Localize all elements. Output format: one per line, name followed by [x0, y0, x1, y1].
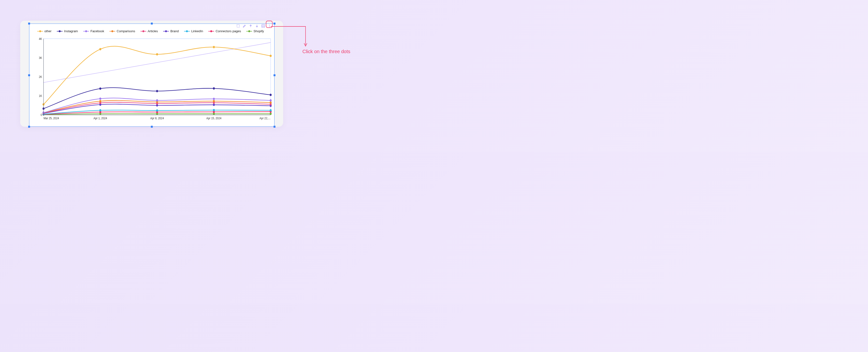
series-point — [99, 100, 101, 102]
y-tick-label: 0 — [40, 113, 42, 117]
legend-swatch — [83, 31, 89, 32]
x-tick-label: Apr 8, 2024 — [150, 117, 164, 120]
legend-item[interactable]: other — [37, 29, 52, 33]
arrow-up-icon[interactable] — [248, 23, 253, 29]
legend-label: Facebook — [90, 29, 104, 33]
series-point — [99, 98, 101, 100]
legend-swatch — [163, 31, 169, 32]
legend-item[interactable]: Brand — [163, 29, 179, 33]
series-point — [156, 90, 158, 92]
series-point — [270, 101, 271, 104]
series-point — [213, 100, 215, 102]
series-point — [213, 87, 215, 90]
x-tick-label: Mar 25, 2024 — [43, 117, 59, 120]
legend-label: Comparisons — [117, 29, 135, 33]
series-point — [156, 109, 158, 112]
legend-item[interactable]: Shopify — [246, 29, 264, 33]
x-tick-label: Apr 15, 2024 — [206, 117, 221, 120]
editor-canvas: otherInstagramFacebookComparisonsArticle… — [20, 21, 283, 127]
series-point — [156, 99, 158, 102]
resize-handle-br[interactable] — [274, 126, 275, 128]
x-tick-label: Apr 22,… — [259, 117, 271, 120]
series-point — [156, 53, 158, 56]
series-point — [213, 98, 215, 100]
legend-label: Shopify — [254, 29, 264, 33]
resize-handle-tl[interactable] — [28, 23, 30, 25]
series-point — [270, 113, 271, 115]
series-point — [99, 48, 101, 51]
legend-item[interactable]: Instagram — [57, 29, 78, 33]
legend-swatch — [208, 31, 214, 32]
chart-legend: otherInstagramFacebookComparisonsArticle… — [37, 29, 270, 33]
svg-rect-0 — [237, 25, 239, 27]
series-point — [270, 55, 271, 57]
legend-label: other — [44, 29, 52, 33]
resize-handle-bm[interactable] — [151, 126, 153, 128]
more-icon[interactable] — [267, 23, 272, 29]
series-point — [99, 109, 101, 111]
widget-toolbar — [235, 23, 273, 29]
legend-item[interactable]: Connectors pages — [208, 29, 241, 33]
series-point — [270, 94, 271, 96]
legend-swatch — [184, 31, 190, 32]
annotation-text: Click on the three dots — [302, 48, 355, 55]
resize-handle-ml[interactable] — [28, 74, 30, 76]
resize-handle-tr[interactable] — [274, 23, 275, 25]
chart-icon[interactable] — [260, 23, 266, 29]
legend-item[interactable]: Articles — [141, 29, 158, 33]
y-tick-label: 3K — [39, 56, 42, 60]
series-point — [213, 104, 215, 106]
trendline — [43, 42, 271, 83]
resize-handle-tm[interactable] — [151, 23, 153, 25]
legend-swatch — [37, 31, 43, 32]
legend-swatch — [57, 31, 63, 32]
chart-widget[interactable]: otherInstagramFacebookComparisonsArticle… — [29, 24, 275, 127]
legend-swatch — [110, 31, 115, 32]
legend-label: LinkedIn — [191, 29, 203, 33]
pencil-icon[interactable] — [242, 23, 247, 29]
series-point — [99, 88, 101, 90]
arrow-down-icon[interactable] — [254, 23, 259, 29]
y-tick-label: 2K — [39, 75, 42, 78]
legend-label: Brand — [170, 29, 179, 33]
legend-item[interactable]: LinkedIn — [184, 29, 203, 33]
resize-handle-mr[interactable] — [274, 74, 275, 76]
legend-item[interactable]: Comparisons — [110, 29, 135, 33]
y-tick-label: 4K — [39, 37, 42, 41]
resize-handle-bl[interactable] — [28, 126, 30, 128]
svg-point-2 — [269, 25, 270, 25]
series-point — [213, 46, 215, 48]
legend-label: Instagram — [64, 29, 78, 33]
series-point — [213, 109, 215, 111]
chart-plot: 01K2K3K4KMar 25, 2024Apr 1, 2024Apr 8, 2… — [37, 37, 272, 121]
series-point — [270, 109, 271, 111]
legend-item[interactable]: Facebook — [83, 29, 104, 33]
svg-point-3 — [269, 26, 270, 26]
legend-label: Articles — [148, 29, 158, 33]
series-point — [270, 99, 271, 102]
x-tick-label: Apr 1, 2024 — [93, 117, 107, 120]
legend-label: Connectors pages — [216, 29, 241, 33]
y-tick-label: 1K — [39, 94, 42, 98]
bounding-box-icon[interactable] — [236, 23, 241, 29]
legend-swatch — [246, 31, 252, 32]
legend-swatch — [141, 31, 146, 32]
svg-point-4 — [269, 27, 270, 27]
